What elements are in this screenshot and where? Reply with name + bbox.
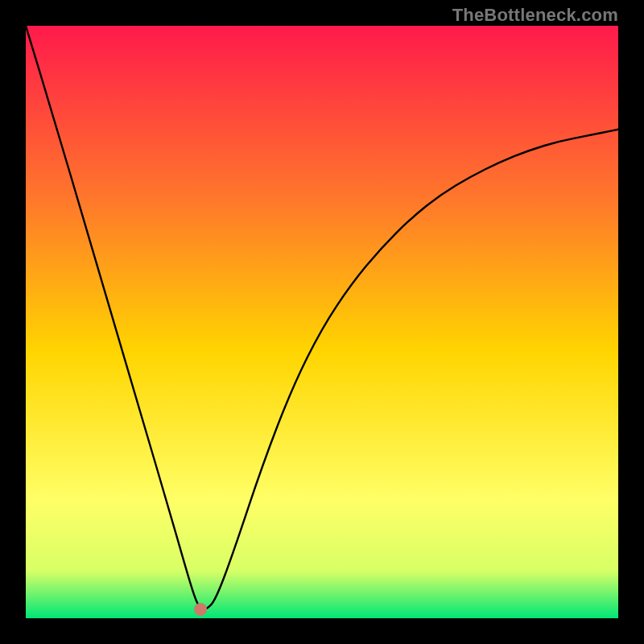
- watermark-text: TheBottleneck.com: [452, 5, 618, 26]
- chart-frame: [26, 26, 618, 618]
- minimum-marker: [194, 603, 207, 616]
- bottleneck-chart: [26, 26, 618, 618]
